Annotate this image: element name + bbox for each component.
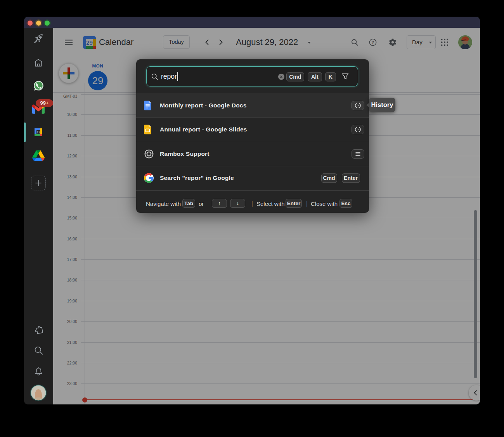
svg-text:31: 31	[37, 131, 40, 134]
